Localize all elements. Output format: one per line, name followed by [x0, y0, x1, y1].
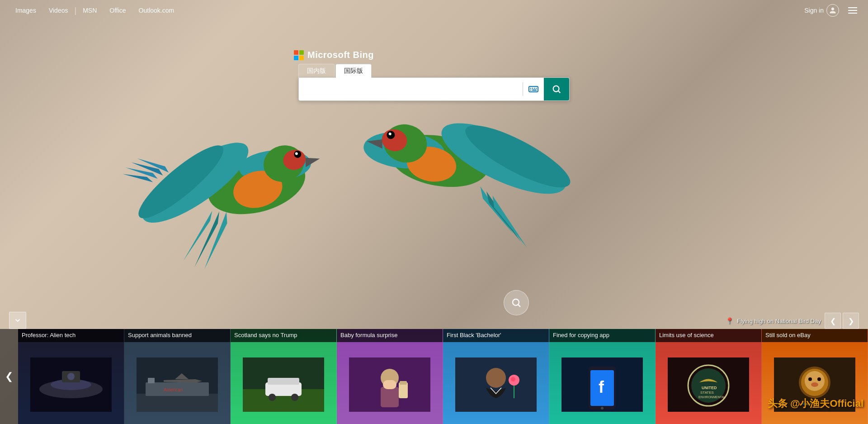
svg-rect-51 — [399, 382, 408, 398]
background-next-btn[interactable]: ❯ — [843, 313, 859, 329]
search-box — [298, 77, 570, 101]
svg-text:B: B — [802, 402, 805, 406]
background-prev-btn[interactable]: ❮ — [825, 313, 841, 329]
news-title-3: Scotland says no Trump — [231, 329, 336, 342]
svg-point-54 — [486, 368, 506, 388]
search-button[interactable] — [544, 77, 569, 101]
background-nav: ❮ ❯ — [825, 313, 859, 329]
background-info-bar: 📍 Flying high on National Bird Day ❮ ❯ — [726, 313, 859, 329]
svg-point-35 — [67, 373, 75, 380]
svg-text:American: American — [164, 387, 183, 392]
news-image-3 — [231, 345, 336, 424]
svg-point-75 — [811, 382, 818, 387]
news-image-7: UNITED STATES ENVIRONMENTAL — [656, 345, 761, 424]
logo-sq-green — [299, 50, 304, 55]
svg-text:STATES: STATES — [700, 391, 714, 395]
search-input[interactable] — [299, 78, 523, 100]
svg-point-74 — [817, 377, 821, 381]
search-tabs: 国内版 国际版 — [298, 64, 373, 78]
news-title-4: Baby formula surprise — [337, 329, 443, 342]
top-navigation: Images Videos | MSN Office Outlook.com S… — [0, 0, 868, 21]
menu-icon[interactable] — [846, 5, 859, 15]
svg-point-44 — [269, 394, 276, 401]
svg-rect-37 — [137, 394, 218, 412]
news-image-5 — [443, 345, 549, 424]
news-card-3[interactable]: Scotland says no Trump — [231, 329, 337, 424]
svg-line-30 — [558, 91, 560, 93]
svg-text:UNITED: UNITED — [702, 386, 717, 390]
logo-sq-red — [294, 50, 298, 55]
news-image-1 — [18, 345, 124, 424]
news-title-5: First Black 'Bachelor' — [443, 329, 549, 342]
news-card-6[interactable]: Fined for copying app f — [549, 329, 656, 424]
svg-text:y: y — [809, 402, 811, 406]
svg-rect-50 — [383, 380, 396, 389]
news-card-7[interactable]: Limits use of science UNITED STATES ENVI… — [656, 329, 762, 424]
news-title-8: Still sold on eBay — [762, 329, 868, 342]
tab-international[interactable]: 国际版 — [335, 64, 372, 78]
svg-point-62 — [601, 407, 604, 410]
nav-links: Images Videos | MSN Office Outlook.com — [9, 0, 180, 21]
news-title-2: Support animals banned — [124, 329, 230, 342]
svg-rect-21 — [529, 86, 538, 92]
svg-point-45 — [291, 394, 298, 401]
svg-text:f: f — [599, 378, 604, 396]
svg-rect-52 — [400, 381, 407, 385]
svg-point-29 — [553, 86, 559, 92]
svg-text:e: e — [799, 402, 801, 406]
svg-point-73 — [808, 377, 812, 381]
news-cards: Professor: Alien tech Support animals ba… — [18, 329, 868, 424]
sign-in-label: Sign in — [804, 7, 824, 14]
svg-text:a: a — [806, 402, 808, 406]
logo-sq-blue — [294, 56, 298, 60]
news-card-8[interactable]: Still sold on eBay e B a — [762, 329, 868, 424]
scroll-down-button[interactable] — [9, 312, 26, 329]
logo-sq-yellow — [299, 56, 304, 60]
svg-line-20 — [519, 305, 521, 307]
news-card-5[interactable]: First Black 'Bachelor' — [443, 329, 549, 424]
keyboard-icon[interactable] — [523, 77, 544, 101]
svg-point-19 — [513, 299, 519, 305]
news-card-4[interactable]: Baby formula surprise — [337, 329, 443, 424]
news-card-1[interactable]: Professor: Alien tech — [18, 329, 124, 424]
nav-outlook[interactable]: Outlook.com — [132, 0, 181, 21]
nav-right: Sign in — [804, 4, 859, 17]
svg-rect-28 — [529, 86, 538, 92]
news-title-7: Limits use of science — [656, 329, 761, 342]
background-caption: Flying high on National Bird Day — [737, 318, 821, 324]
news-title-6: Fined for copying app — [549, 329, 655, 342]
nav-office[interactable]: Office — [103, 0, 132, 21]
sign-in-button[interactable]: Sign in — [804, 4, 839, 17]
news-image-6: f — [549, 345, 655, 424]
news-prev-arrow[interactable]: ❮ — [0, 329, 18, 424]
svg-point-72 — [805, 371, 825, 391]
news-image-4 — [337, 345, 443, 424]
news-image-8: e B a y — [762, 345, 868, 424]
news-strip: ❮ Professor: Alien tech Support animals … — [0, 329, 868, 424]
search-area: Microsoft Bing 国内版 国际版 — [298, 50, 570, 101]
svg-point-56 — [511, 377, 515, 381]
location-icon: 📍 — [726, 317, 733, 324]
nav-images[interactable]: Images — [9, 0, 42, 21]
svg-text:ENVIRONMENTAL: ENVIRONMENTAL — [698, 395, 726, 399]
nav-videos[interactable]: Videos — [42, 0, 75, 21]
news-card-2[interactable]: Support animals banned American — [124, 329, 231, 424]
tab-domestic[interactable]: 国内版 — [298, 64, 335, 78]
nav-msn[interactable]: MSN — [76, 0, 103, 21]
svg-rect-49 — [381, 387, 399, 407]
microsoft-logo — [294, 50, 304, 60]
user-avatar — [826, 4, 839, 17]
news-image-2: American — [124, 345, 230, 424]
bing-logo-text: Microsoft Bing — [307, 50, 374, 60]
bing-logo: Microsoft Bing — [294, 50, 374, 60]
news-title-1: Professor: Alien tech — [18, 329, 124, 342]
svg-rect-39 — [148, 378, 155, 383]
image-search-button[interactable] — [504, 290, 529, 315]
svg-rect-46 — [268, 378, 299, 385]
